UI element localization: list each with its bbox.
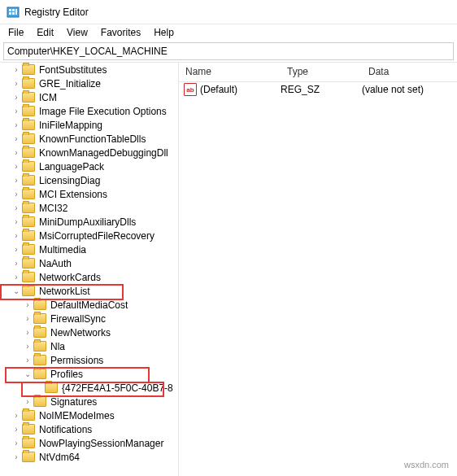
tree-item[interactable]: ›DefaultMediaCost [0, 298, 179, 312]
tree-item[interactable]: ›NtVdm64 [0, 450, 179, 464]
tree-item-label: Signatures [49, 396, 98, 408]
tree-item[interactable]: ›IniFileMapping [0, 118, 179, 132]
tree-item[interactable]: ⌄Profiles [0, 367, 179, 381]
tree-item[interactable]: ›MCI32 [0, 201, 179, 215]
tree-item-label: LicensingDiag [37, 175, 102, 186]
chevron-right-icon[interactable]: › [11, 107, 21, 116]
chevron-right-icon[interactable]: › [11, 425, 21, 435]
chevron-right-icon[interactable]: › [11, 217, 21, 227]
folder-icon [22, 410, 35, 421]
tree-item-label: Notifications [37, 424, 94, 435]
window-title: Registry Editor [24, 7, 89, 18]
folder-icon [22, 64, 35, 75]
tree-item[interactable]: ›NoIMEModeImes [0, 408, 179, 422]
chevron-right-icon[interactable]: › [11, 259, 21, 269]
tree-item[interactable]: {472FE4A1-5F0C-40B7-8 [0, 381, 179, 395]
tree-item[interactable]: ›FontSubstitutes [0, 63, 179, 76]
tree-item-label: Image File Execution Options [37, 106, 168, 117]
tree-item[interactable]: ›LicensingDiag [0, 173, 179, 187]
menu-file[interactable]: File [3, 25, 28, 40]
tree-item-label: NoIMEModeImes [37, 410, 116, 421]
tree-item-label: LanguagePack [37, 161, 106, 172]
column-data[interactable]: Data [362, 63, 457, 81]
tree-item[interactable]: ›GRE_Initialize [0, 76, 179, 90]
tree-item[interactable]: ›Permissions [0, 353, 179, 367]
tree-pane[interactable]: ›FontSubstitutes›GRE_Initialize›ICM›Imag… [0, 63, 179, 476]
folder-icon [22, 203, 35, 213]
folder-icon [22, 106, 35, 116]
chevron-right-icon[interactable]: › [23, 342, 33, 352]
tree-item-label: FirewallSync [49, 313, 107, 325]
folder-icon [22, 78, 35, 89]
tree-item[interactable]: ›MCI Extensions [0, 187, 179, 201]
chevron-right-icon[interactable]: › [23, 300, 33, 310]
tree-item[interactable]: ›Signatures [0, 395, 179, 408]
chevron-right-icon[interactable]: › [11, 203, 21, 213]
folder-icon [22, 147, 35, 158]
chevron-right-icon[interactable]: › [11, 245, 21, 255]
tree-item-label: NetworkList [37, 286, 92, 297]
tree-item[interactable]: ›Notifications [0, 422, 179, 436]
chevron-right-icon[interactable]: › [11, 134, 21, 144]
folder-icon [33, 341, 46, 352]
tree-item[interactable]: ›NetworkCards [0, 270, 179, 284]
menu-edit[interactable]: Edit [32, 25, 59, 40]
tree-item[interactable]: ›Image File Execution Options [0, 104, 179, 118]
tree-item[interactable]: ›NaAuth [0, 256, 179, 270]
tree-item[interactable]: ›KnownManagedDebuggingDll [0, 146, 179, 159]
chevron-right-icon[interactable]: › [11, 231, 21, 241]
chevron-right-icon[interactable]: › [23, 328, 33, 338]
tree-item[interactable]: ⌄NetworkList [0, 284, 179, 298]
tree-item[interactable]: ›Nla [0, 339, 179, 353]
chevron-right-icon[interactable]: › [11, 120, 21, 130]
svg-rect-2 [12, 9, 15, 11]
value-row[interactable]: ab(Default)REG_SZ(value not set) [179, 82, 457, 97]
chevron-down-icon[interactable]: ⌄ [11, 286, 21, 296]
address-bar[interactable]: Computer\HKEY_LOCAL_MACHINE [3, 42, 454, 60]
folder-icon [33, 313, 46, 324]
tree-item-label: MsiCorruptedFileRecovery [37, 230, 156, 242]
chevron-right-icon[interactable]: › [23, 356, 33, 365]
chevron-right-icon[interactable]: › [11, 273, 21, 282]
tree-item[interactable]: ›KnownFunctionTableDlls [0, 132, 179, 146]
menu-help[interactable]: Help [149, 25, 179, 40]
chevron-right-icon[interactable]: › [11, 93, 21, 103]
address-path: Computer\HKEY_LOCAL_MACHINE [7, 46, 168, 57]
values-header: Name Type Data [179, 63, 457, 82]
chevron-right-icon[interactable]: › [11, 162, 21, 172]
folder-icon [22, 438, 35, 448]
tree-item[interactable]: ›ICM [0, 90, 179, 104]
chevron-right-icon[interactable]: › [11, 190, 21, 199]
chevron-right-icon[interactable]: › [23, 397, 33, 407]
folder-icon [22, 133, 35, 144]
folder-icon [22, 452, 35, 462]
menu-favorites[interactable]: Favorites [96, 25, 146, 40]
tree-item[interactable]: ›FirewallSync [0, 312, 179, 325]
folder-icon [33, 299, 46, 310]
chevron-right-icon[interactable]: › [11, 148, 21, 158]
chevron-right-icon[interactable]: › [11, 65, 21, 75]
tree-item[interactable]: ›NowPlayingSessionManager [0, 436, 179, 450]
tree-item[interactable]: ›LanguagePack [0, 159, 179, 173]
column-type[interactable]: Type [281, 63, 362, 81]
tree-item[interactable]: ›MiniDumpAuxiliaryDlls [0, 215, 179, 229]
tree-item[interactable]: ›MsiCorruptedFileRecovery [0, 229, 179, 242]
tree-item[interactable]: ›NewNetworks [0, 325, 179, 339]
tree-item-label: NtVdm64 [37, 452, 81, 463]
tree-item[interactable]: ›Multimedia [0, 242, 179, 256]
tree-item-label: Permissions [49, 355, 105, 366]
chevron-right-icon[interactable]: › [11, 452, 21, 462]
chevron-right-icon[interactable]: › [11, 439, 21, 448]
menu-view[interactable]: View [62, 25, 93, 40]
tree-item-label: {472FE4A1-5F0C-40B7-8 [60, 382, 175, 394]
tree-item-label: MCI32 [37, 203, 69, 214]
column-name[interactable]: Name [179, 63, 281, 81]
chevron-down-icon[interactable]: ⌄ [23, 369, 33, 379]
chevron-right-icon[interactable]: › [23, 314, 33, 324]
tree-item-label: NetworkCards [37, 272, 102, 283]
folder-icon [22, 189, 35, 199]
chevron-right-icon[interactable]: › [11, 411, 21, 421]
tree-item-label: Multimedia [37, 244, 88, 255]
chevron-right-icon[interactable]: › [11, 79, 21, 89]
chevron-right-icon[interactable]: › [11, 176, 21, 186]
